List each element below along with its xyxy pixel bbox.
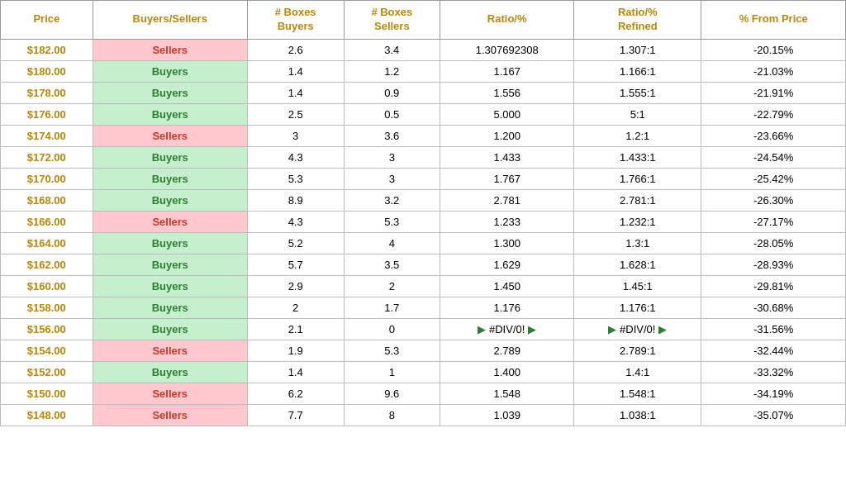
cell-boxes-buyers: 3: [247, 125, 344, 146]
cell-buyers-sellers: Buyers: [93, 318, 247, 340]
cell-ratio-refined: 1.307:1: [574, 39, 701, 60]
table-row: $166.00Sellers4.35.31.2331.232:1-27.17%: [1, 211, 846, 232]
cell-boxes-sellers: 3.5: [344, 254, 440, 275]
cell-ratio: 1.450: [440, 275, 574, 297]
cell-buyers-sellers: Sellers: [93, 39, 247, 60]
cell-ratio: 2.781: [440, 189, 574, 211]
cell-boxes-buyers: 5.2: [247, 232, 344, 254]
table-row: $148.00Sellers7.781.0391.038:1-35.07%: [1, 404, 846, 426]
cell-ratio: 5.000: [440, 103, 574, 125]
cell-price: $148.00: [1, 404, 93, 426]
cell-boxes-sellers: 3: [344, 168, 440, 189]
cell-boxes-sellers: 3: [344, 146, 440, 168]
cell-boxes-sellers: 2: [344, 275, 440, 297]
cell-boxes-sellers: 0.9: [344, 82, 440, 103]
cell-boxes-buyers: 1.4: [247, 60, 344, 82]
cell-boxes-sellers: 5.3: [344, 211, 440, 232]
cell-ratio: ▶#DIV/0!▶: [440, 318, 574, 340]
cell-pct-from-price: -26.30%: [701, 189, 846, 211]
cell-pct-from-price: -30.68%: [701, 297, 846, 318]
cell-price: $164.00: [1, 232, 93, 254]
cell-price: $154.00: [1, 340, 93, 361]
cell-price: $158.00: [1, 297, 93, 318]
cell-buyers-sellers: Buyers: [93, 254, 247, 275]
cell-ratio-refined: 1.555:1: [574, 82, 701, 103]
cell-buyers-sellers: Buyers: [93, 103, 247, 125]
cell-ratio: 1.629: [440, 254, 574, 275]
table-row: $182.00Sellers2.63.41.3076923081.307:1-2…: [1, 39, 846, 60]
cell-pct-from-price: -28.05%: [701, 232, 846, 254]
table-row: $154.00Sellers1.95.32.7892.789:1-32.44%: [1, 340, 846, 361]
cell-ratio-refined: 1.176:1: [574, 297, 701, 318]
cell-ratio-refined: 5:1: [574, 103, 701, 125]
table-row: $150.00Sellers6.29.61.5481.548:1-34.19%: [1, 383, 846, 404]
header-boxes-sellers: # BoxesSellers: [344, 1, 440, 40]
cell-price: $174.00: [1, 125, 93, 146]
cell-boxes-sellers: 3.2: [344, 189, 440, 211]
cell-boxes-buyers: 1.9: [247, 340, 344, 361]
cell-ratio-refined: 1.038:1: [574, 404, 701, 426]
cell-boxes-sellers: 4: [344, 232, 440, 254]
cell-pct-from-price: -34.19%: [701, 383, 846, 404]
cell-boxes-sellers: 0.5: [344, 103, 440, 125]
cell-boxes-sellers: 1.7: [344, 297, 440, 318]
table-row: $180.00Buyers1.41.21.1671.166:1-21.03%: [1, 60, 846, 82]
header-boxes-buyers: # BoxesBuyers: [247, 1, 344, 40]
cell-price: $178.00: [1, 82, 93, 103]
cell-buyers-sellers: Sellers: [93, 404, 247, 426]
table-row: $172.00Buyers4.331.4331.433:1-24.54%: [1, 146, 846, 168]
cell-price: $150.00: [1, 383, 93, 404]
cell-ratio-refined: ▶#DIV/0!▶: [574, 318, 701, 340]
cell-ratio-refined: 1.4:1: [574, 361, 701, 383]
main-table: Price Buyers/Sellers # BoxesBuyers # Box…: [0, 0, 846, 426]
cell-pct-from-price: -28.93%: [701, 254, 846, 275]
cell-price: $168.00: [1, 189, 93, 211]
cell-pct-from-price: -24.54%: [701, 146, 846, 168]
cell-ratio-refined: 1.766:1: [574, 168, 701, 189]
cell-pct-from-price: -29.81%: [701, 275, 846, 297]
cell-boxes-sellers: 8: [344, 404, 440, 426]
table-row: $178.00Buyers1.40.91.5561.555:1-21.91%: [1, 82, 846, 103]
cell-buyers-sellers: Buyers: [93, 189, 247, 211]
cell-buyers-sellers: Sellers: [93, 340, 247, 361]
cell-ratio-refined: 1.232:1: [574, 211, 701, 232]
table-row: $168.00Buyers8.93.22.7812.781:1-26.30%: [1, 189, 846, 211]
cell-boxes-buyers: 1.4: [247, 82, 344, 103]
cell-boxes-buyers: 7.7: [247, 404, 344, 426]
table-row: $152.00Buyers1.411.4001.4:1-33.32%: [1, 361, 846, 383]
cell-price: $176.00: [1, 103, 93, 125]
cell-buyers-sellers: Buyers: [93, 361, 247, 383]
cell-pct-from-price: -21.91%: [701, 82, 846, 103]
cell-ratio-refined: 1.166:1: [574, 60, 701, 82]
marker-left-icon: ▶: [478, 323, 486, 335]
cell-price: $172.00: [1, 146, 93, 168]
cell-ratio: 1.300: [440, 232, 574, 254]
cell-boxes-sellers: 0: [344, 318, 440, 340]
cell-boxes-buyers: 2: [247, 297, 344, 318]
header-pct-from-price: % From Price: [701, 1, 846, 40]
marker-left-refined-icon: ▶: [608, 323, 616, 335]
cell-ratio-refined: 1.45:1: [574, 275, 701, 297]
cell-boxes-sellers: 3.4: [344, 39, 440, 60]
cell-boxes-buyers: 2.1: [247, 318, 344, 340]
cell-pct-from-price: -21.03%: [701, 60, 846, 82]
table-row: $170.00Buyers5.331.7671.766:1-25.42%: [1, 168, 846, 189]
cell-boxes-sellers: 3.6: [344, 125, 440, 146]
cell-buyers-sellers: Sellers: [93, 125, 247, 146]
cell-boxes-sellers: 1: [344, 361, 440, 383]
cell-boxes-buyers: 1.4: [247, 361, 344, 383]
table-row: $176.00Buyers2.50.55.0005:1-22.79%: [1, 103, 846, 125]
cell-price: $182.00: [1, 39, 93, 60]
cell-boxes-sellers: 9.6: [344, 383, 440, 404]
cell-ratio: 1.400: [440, 361, 574, 383]
cell-boxes-buyers: 8.9: [247, 189, 344, 211]
cell-price: $166.00: [1, 211, 93, 232]
cell-pct-from-price: -22.79%: [701, 103, 846, 125]
cell-ratio-refined: 1.3:1: [574, 232, 701, 254]
header-buyers-sellers: Buyers/Sellers: [93, 1, 247, 40]
cell-pct-from-price: -32.44%: [701, 340, 846, 361]
table-row: $174.00Sellers33.61.2001.2:1-23.66%: [1, 125, 846, 146]
cell-ratio: 1.433: [440, 146, 574, 168]
cell-price: $160.00: [1, 275, 93, 297]
table-row: $162.00Buyers5.73.51.6291.628:1-28.93%: [1, 254, 846, 275]
